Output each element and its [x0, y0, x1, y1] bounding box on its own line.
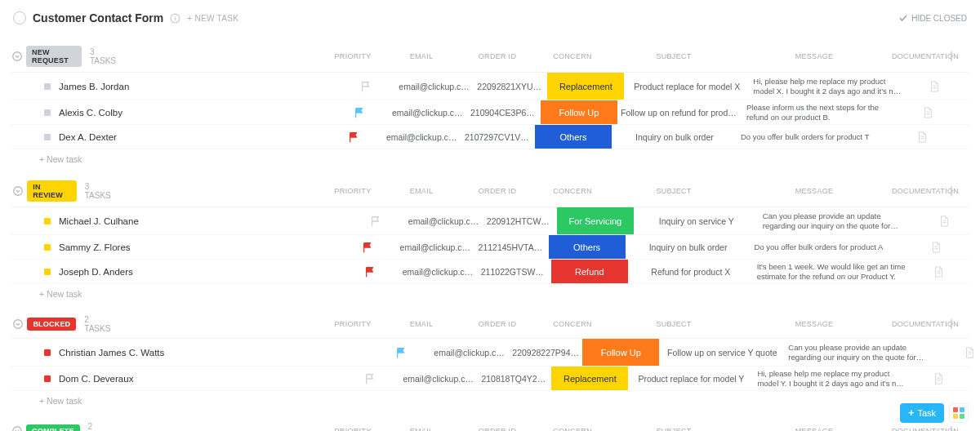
column-header[interactable]: SUBJECT — [611, 320, 737, 328]
email-cell[interactable]: email@clickup.com — [405, 216, 483, 226]
message-cell[interactable]: Do you offer bulk orders for product T — [737, 132, 893, 142]
column-header[interactable]: DOCUMENTATION — [892, 427, 951, 431]
concern-cell[interactable]: Replacement — [547, 73, 624, 100]
column-header[interactable]: PRIORITY — [323, 320, 382, 328]
add-column-button[interactable] — [951, 318, 952, 330]
add-column-button[interactable] — [951, 51, 952, 62]
concern-cell[interactable]: Refund — [551, 260, 628, 283]
table-row[interactable]: Christian James C. Watts email@clickup.c… — [11, 339, 969, 367]
priority-cell[interactable] — [341, 373, 399, 384]
add-column-button[interactable] — [951, 425, 952, 431]
table-row[interactable]: Alexis C. Colby email@clickup.com 210904… — [11, 100, 969, 125]
new-task-row[interactable]: + New task — [11, 284, 969, 304]
column-header[interactable]: SUBJECT — [611, 427, 737, 431]
order-id-cell[interactable]: 220928227P94EV — [509, 348, 582, 358]
subject-cell[interactable]: Follow up on refund for produ… — [617, 108, 743, 118]
subject-cell[interactable]: Product replace for model Y — [628, 374, 754, 384]
concern-cell[interactable]: Follow Up — [582, 339, 659, 366]
table-row[interactable]: Michael J. Culhane email@clickup.com 220… — [11, 207, 969, 235]
priority-cell[interactable] — [330, 107, 389, 118]
subject-cell[interactable]: Inquiry on service Y — [634, 216, 760, 226]
concern-cell[interactable]: Replacement — [551, 367, 628, 390]
column-header[interactable]: ORDER ID — [461, 320, 534, 328]
order-id-cell[interactable]: 211022GTSWXCGF — [478, 267, 551, 277]
priority-cell[interactable] — [324, 131, 383, 143]
email-cell[interactable]: email@clickup.com — [395, 82, 474, 91]
collapse-toggle[interactable] — [11, 184, 24, 198]
column-header[interactable]: CONCERN — [534, 52, 611, 60]
order-id-cell[interactable]: 210818TQ4Y2MN3 — [478, 374, 551, 384]
status-pill[interactable]: IN REVIEW — [27, 180, 76, 202]
priority-cell[interactable] — [338, 242, 397, 253]
column-header[interactable]: SUBJECT — [611, 52, 737, 60]
priority-cell[interactable] — [336, 81, 395, 92]
new-task-row[interactable]: + New task — [11, 149, 969, 169]
column-header[interactable]: MESSAGE — [737, 427, 892, 431]
message-cell[interactable]: Do you offer bulk orders for product A — [751, 242, 906, 252]
column-header[interactable]: ORDER ID — [461, 52, 534, 60]
task-name[interactable]: Alexis C. Colby — [59, 108, 122, 118]
table-row[interactable]: Dex A. Dexter email@clickup.com 2107297C… — [11, 125, 969, 149]
column-header[interactable]: CONCERN — [534, 187, 611, 195]
message-cell[interactable]: Hi, please help me replace my product mo… — [754, 369, 909, 389]
order-id-cell[interactable]: 210904CE3P6SNX — [467, 108, 541, 118]
column-header[interactable]: CONCERN — [534, 320, 611, 328]
message-cell[interactable]: Can you please provide an update regardi… — [760, 211, 915, 231]
task-name[interactable]: Christian James C. Watts — [59, 348, 164, 358]
email-cell[interactable]: email@clickup.com — [397, 242, 475, 252]
column-header[interactable]: DOCUMENTATION — [892, 187, 951, 195]
subject-cell[interactable]: Follow up on service Y quote — [659, 348, 785, 358]
info-icon[interactable] — [170, 13, 180, 24]
priority-cell[interactable] — [372, 347, 430, 358]
task-name[interactable]: Dom C. Deveraux — [59, 374, 133, 384]
column-header[interactable]: MESSAGE — [737, 320, 892, 328]
subject-cell[interactable]: Product replace for model X — [624, 82, 750, 91]
column-header[interactable]: EMAIL — [382, 52, 461, 60]
column-header[interactable]: PRIORITY — [323, 427, 382, 431]
priority-cell[interactable] — [341, 266, 399, 278]
hide-closed-button[interactable]: HIDE CLOSED — [898, 13, 967, 23]
documentation-cell[interactable] — [893, 131, 951, 144]
column-header[interactable]: ORDER ID — [461, 427, 534, 431]
collapse-toggle[interactable] — [11, 424, 23, 431]
collapse-toggle[interactable] — [11, 318, 24, 331]
message-cell[interactable]: Please inform us the next steps for the … — [743, 103, 898, 122]
column-header[interactable]: CONCERN — [534, 427, 611, 431]
order-id-cell[interactable]: 220912HTCW8PJ7 — [483, 216, 557, 226]
documentation-cell[interactable] — [905, 80, 964, 93]
table-row[interactable]: Dom C. Deveraux email@clickup.com 210818… — [11, 367, 969, 391]
documentation-cell[interactable] — [909, 372, 968, 385]
concern-cell[interactable]: Others — [549, 235, 626, 259]
column-header[interactable]: EMAIL — [382, 320, 461, 328]
order-id-cell[interactable]: 22092821XYUPEK — [474, 82, 547, 91]
task-name[interactable]: Dex A. Dexter — [59, 132, 117, 142]
add-column-button[interactable] — [951, 185, 952, 197]
concern-cell[interactable]: For Servicing — [557, 207, 634, 234]
email-cell[interactable]: email@clickup.com — [430, 348, 509, 358]
column-header[interactable]: MESSAGE — [737, 187, 892, 195]
email-cell[interactable]: email@clickup.com — [389, 108, 467, 118]
column-header[interactable]: EMAIL — [382, 187, 461, 195]
order-id-cell[interactable]: 2107297CV1VRNR — [461, 132, 535, 142]
email-cell[interactable]: email@clickup.com — [399, 374, 478, 384]
priority-cell[interactable] — [346, 216, 405, 227]
documentation-cell[interactable] — [898, 106, 957, 119]
new-task-header[interactable]: + NEW TASK — [187, 14, 238, 23]
subject-cell[interactable]: Inquiry on bulk order — [626, 242, 751, 252]
column-header[interactable]: PRIORITY — [323, 52, 382, 60]
message-cell[interactable]: Can you please provide an update regardi… — [785, 343, 940, 362]
column-header[interactable]: DOCUMENTATION — [892, 320, 951, 328]
subject-cell[interactable]: Inquiry on bulk order — [612, 132, 737, 142]
new-task-fab[interactable]: + Task — [900, 403, 944, 423]
column-header[interactable]: PRIORITY — [323, 187, 382, 195]
order-id-cell[interactable]: 2112145HVTA29D — [475, 242, 549, 252]
column-header[interactable]: EMAIL — [382, 427, 461, 431]
message-cell[interactable]: It's been 1 week. We would like get an t… — [754, 262, 909, 282]
task-name[interactable]: Sammy Z. Flores — [59, 242, 131, 252]
task-name[interactable]: Joseph D. Anders — [59, 267, 133, 277]
subject-cell[interactable]: Refund for product X — [628, 267, 754, 277]
concern-cell[interactable]: Follow Up — [541, 100, 617, 124]
documentation-cell[interactable] — [909, 265, 968, 278]
status-pill[interactable]: NEW REQUEST — [26, 46, 82, 67]
email-cell[interactable]: email@clickup.com — [383, 132, 461, 142]
